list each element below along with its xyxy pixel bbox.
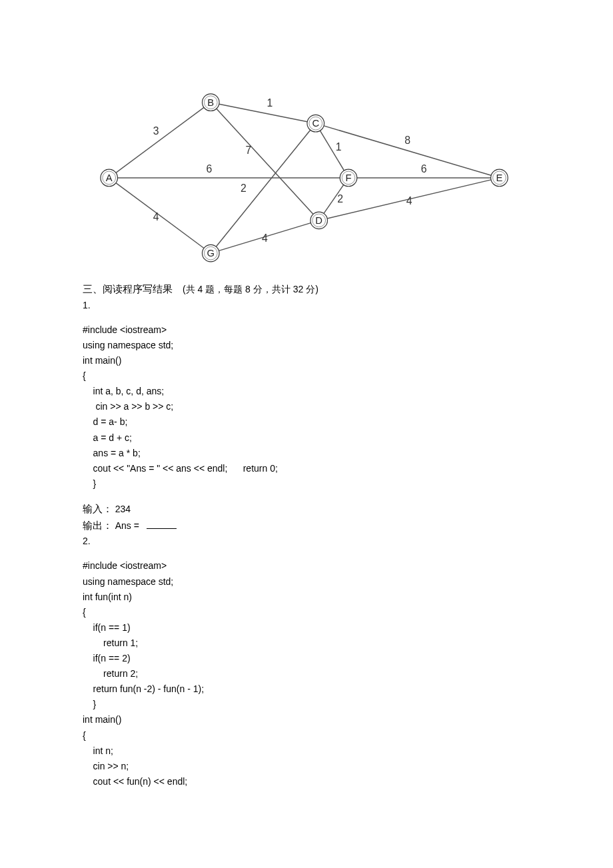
node-label-E: E (496, 173, 502, 183)
q1-output-label: 输出： (83, 520, 113, 531)
edge-weight-A-G: 4 (153, 211, 159, 222)
q1-output-row: 输出： Ans = (83, 518, 530, 534)
page: 364171282446 ABCDEFG 三、阅读程序写结果 (共 4 题，每题… (0, 0, 613, 868)
edge-weight-D-G: 4 (262, 232, 268, 244)
edge-weight-C-E: 8 (404, 135, 410, 146)
graph-svg: 364171282446 ABCDEFG (96, 75, 516, 274)
section-heading-row: 三、阅读程序写结果 (共 4 题，每题 8 分，共计 32 分) (83, 281, 530, 298)
q1-input-label: 输入： (83, 504, 113, 514)
edge-B-D (217, 109, 313, 214)
edge-weight-C-G: 2 (241, 183, 247, 194)
edge-weight-B-C: 1 (267, 97, 273, 109)
q1-input-row: 输入： 234 (83, 501, 530, 518)
node-label-D: D (315, 215, 322, 226)
edge-weight-F-E: 6 (421, 163, 427, 175)
q1-blank[interactable] (147, 528, 177, 529)
section-heading: 三、阅读程序写结果 (83, 284, 173, 294)
q1-input-value: 234 (115, 504, 131, 514)
edge-weight-D-F: 2 (337, 193, 343, 205)
content: 三、阅读程序写结果 (共 4 题，每题 8 分，共计 32 分) 1. #inc… (83, 281, 530, 789)
q2-code: #include <iostream> using namespace std;… (83, 558, 530, 789)
node-label-B: B (207, 97, 214, 108)
edge-B-C (219, 104, 307, 121)
edge-weight-A-B: 3 (153, 125, 159, 137)
node-label-F: F (345, 173, 351, 183)
edge-weight-D-E: 4 (406, 195, 412, 207)
node-label-G: G (207, 248, 215, 258)
edge-weight-B-D: 7 (245, 145, 251, 156)
q1-number: 1. (83, 298, 530, 313)
edge-C-G (216, 130, 310, 246)
q1-code: #include <iostream> using namespace std;… (83, 322, 530, 492)
edge-weight-A-F: 6 (206, 163, 212, 175)
edge-weight-C-F: 1 (336, 141, 342, 153)
edge-A-B (116, 107, 204, 173)
edge-C-E (324, 126, 491, 175)
graph-figure: 364171282446 ABCDEFG (96, 75, 516, 274)
node-label-A: A (106, 173, 113, 183)
edge-A-G (116, 183, 204, 248)
section-subtitle: (共 4 题，每题 8 分，共计 32 分) (183, 284, 318, 294)
q1-output-prefix: Ans = (115, 520, 139, 531)
node-label-C: C (312, 118, 319, 129)
q2-number: 2. (83, 534, 530, 549)
